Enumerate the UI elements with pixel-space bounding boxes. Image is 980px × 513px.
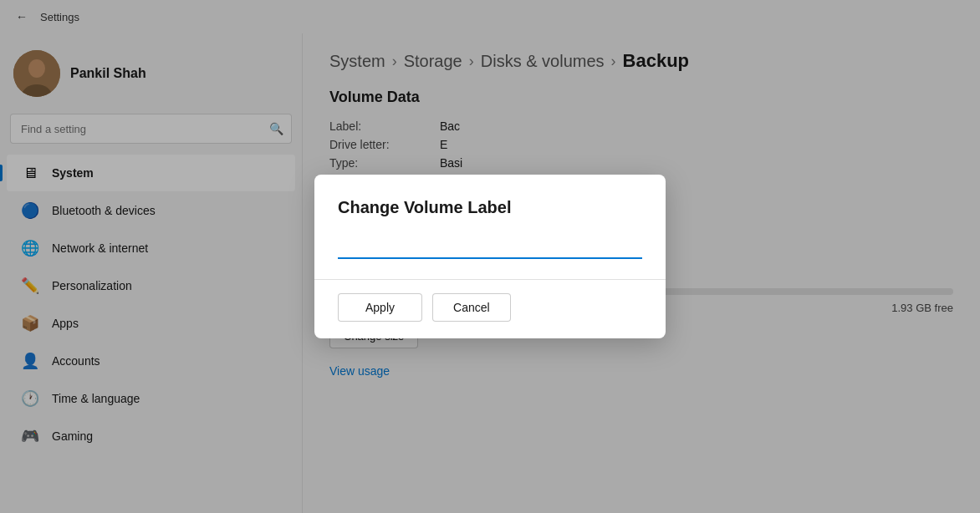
dialog-overlay: Change Volume Label Apply Cancel	[0, 0, 980, 513]
dialog-label-input[interactable]	[338, 234, 642, 259]
dialog-actions: Apply Cancel	[338, 293, 642, 322]
dialog-cancel-button[interactable]: Cancel	[432, 293, 511, 322]
dialog-apply-button[interactable]: Apply	[338, 293, 422, 322]
dialog-separator	[314, 279, 666, 280]
dialog-title: Change Volume Label	[338, 198, 642, 217]
change-volume-label-dialog: Change Volume Label Apply Cancel	[314, 175, 666, 338]
